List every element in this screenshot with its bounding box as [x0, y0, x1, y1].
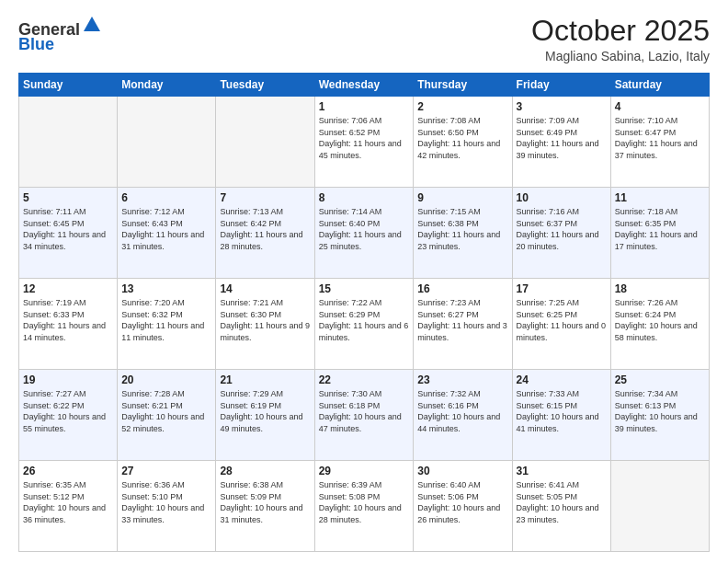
- table-row: 28Sunrise: 6:38 AM Sunset: 5:09 PM Dayli…: [216, 461, 314, 552]
- table-row: 25Sunrise: 7:34 AM Sunset: 6:13 PM Dayli…: [610, 370, 709, 461]
- calendar-header-row: Sunday Monday Tuesday Wednesday Thursday…: [19, 74, 710, 97]
- day-info: Sunrise: 7:29 AM Sunset: 6:19 PM Dayligh…: [220, 388, 310, 434]
- day-info: Sunrise: 7:28 AM Sunset: 6:21 PM Dayligh…: [121, 388, 211, 434]
- day-info: Sunrise: 7:14 AM Sunset: 6:40 PM Dayligh…: [319, 206, 410, 252]
- day-number: 23: [417, 373, 507, 386]
- location: Magliano Sabina, Lazio, Italy: [531, 49, 710, 63]
- day-number: 12: [23, 282, 113, 295]
- day-number: 8: [319, 191, 410, 204]
- day-info: Sunrise: 6:35 AM Sunset: 5:12 PM Dayligh…: [23, 479, 113, 525]
- day-info: Sunrise: 6:36 AM Sunset: 5:10 PM Dayligh…: [121, 479, 211, 525]
- day-info: Sunrise: 7:09 AM Sunset: 6:49 PM Dayligh…: [517, 115, 607, 161]
- day-number: 15: [319, 282, 410, 295]
- calendar-table: Sunday Monday Tuesday Wednesday Thursday…: [18, 73, 710, 552]
- table-row: 15Sunrise: 7:22 AM Sunset: 6:29 PM Dayli…: [314, 279, 414, 370]
- table-row: 1Sunrise: 7:06 AM Sunset: 6:52 PM Daylig…: [314, 97, 414, 188]
- day-number: 16: [417, 282, 507, 295]
- day-number: 27: [121, 465, 211, 477]
- day-number: 22: [319, 373, 410, 386]
- header-sunday: Sunday: [19, 74, 118, 97]
- logo-icon: [82, 15, 102, 35]
- day-info: Sunrise: 7:12 AM Sunset: 6:43 PM Dayligh…: [121, 206, 211, 252]
- day-number: 9: [417, 191, 507, 204]
- day-info: Sunrise: 7:19 AM Sunset: 6:33 PM Dayligh…: [23, 297, 113, 343]
- day-info: Sunrise: 6:39 AM Sunset: 5:08 PM Dayligh…: [319, 479, 410, 525]
- header-friday: Friday: [512, 74, 610, 97]
- table-row: 4Sunrise: 7:10 AM Sunset: 6:47 PM Daylig…: [610, 97, 709, 188]
- day-info: Sunrise: 7:25 AM Sunset: 6:25 PM Dayligh…: [517, 297, 607, 343]
- day-info: Sunrise: 7:26 AM Sunset: 6:24 PM Dayligh…: [615, 297, 705, 343]
- day-number: 2: [417, 100, 507, 113]
- table-row: 30Sunrise: 6:40 AM Sunset: 5:06 PM Dayli…: [414, 461, 512, 552]
- day-info: Sunrise: 7:20 AM Sunset: 6:32 PM Dayligh…: [121, 297, 211, 343]
- day-info: Sunrise: 7:06 AM Sunset: 6:52 PM Dayligh…: [319, 115, 410, 161]
- table-row: 18Sunrise: 7:26 AM Sunset: 6:24 PM Dayli…: [610, 279, 709, 370]
- table-row: 23Sunrise: 7:32 AM Sunset: 6:16 PM Dayli…: [414, 370, 512, 461]
- header-tuesday: Tuesday: [216, 74, 314, 97]
- table-row: 14Sunrise: 7:21 AM Sunset: 6:30 PM Dayli…: [216, 279, 314, 370]
- day-number: 30: [417, 465, 507, 477]
- table-row: 21Sunrise: 7:29 AM Sunset: 6:19 PM Dayli…: [216, 370, 314, 461]
- table-row: 16Sunrise: 7:23 AM Sunset: 6:27 PM Dayli…: [414, 279, 512, 370]
- day-number: 13: [121, 282, 211, 295]
- title-block: October 2025 Magliano Sabina, Lazio, Ita…: [531, 15, 710, 63]
- day-info: Sunrise: 7:11 AM Sunset: 6:45 PM Dayligh…: [23, 206, 113, 252]
- day-number: 18: [615, 282, 705, 295]
- day-number: 3: [517, 100, 607, 113]
- table-row: 29Sunrise: 6:39 AM Sunset: 5:08 PM Dayli…: [314, 461, 414, 552]
- day-info: Sunrise: 7:08 AM Sunset: 6:50 PM Dayligh…: [417, 115, 507, 161]
- day-number: 11: [615, 191, 705, 204]
- table-row: 24Sunrise: 7:33 AM Sunset: 6:15 PM Dayli…: [512, 370, 610, 461]
- table-row: [19, 97, 118, 188]
- day-info: Sunrise: 7:23 AM Sunset: 6:27 PM Dayligh…: [417, 297, 507, 343]
- day-info: Sunrise: 7:30 AM Sunset: 6:18 PM Dayligh…: [319, 388, 410, 434]
- day-number: 29: [319, 465, 410, 477]
- day-info: Sunrise: 7:32 AM Sunset: 6:16 PM Dayligh…: [417, 388, 507, 434]
- table-row: 19Sunrise: 7:27 AM Sunset: 6:22 PM Dayli…: [19, 370, 118, 461]
- day-number: 28: [220, 465, 310, 477]
- table-row: [118, 97, 216, 188]
- header-monday: Monday: [118, 74, 216, 97]
- day-number: 20: [121, 373, 211, 386]
- table-row: 3Sunrise: 7:09 AM Sunset: 6:49 PM Daylig…: [512, 97, 610, 188]
- logo: General Blue: [18, 15, 102, 54]
- day-info: Sunrise: 7:33 AM Sunset: 6:15 PM Dayligh…: [517, 388, 607, 434]
- day-number: 25: [615, 373, 705, 386]
- day-number: 31: [517, 465, 607, 477]
- day-number: 10: [517, 191, 607, 204]
- day-number: 21: [220, 373, 310, 386]
- table-row: 8Sunrise: 7:14 AM Sunset: 6:40 PM Daylig…: [314, 188, 414, 279]
- day-number: 24: [517, 373, 607, 386]
- day-number: 5: [23, 191, 113, 204]
- day-info: Sunrise: 7:21 AM Sunset: 6:30 PM Dayligh…: [220, 297, 310, 343]
- table-row: 20Sunrise: 7:28 AM Sunset: 6:21 PM Dayli…: [118, 370, 216, 461]
- table-row: 10Sunrise: 7:16 AM Sunset: 6:37 PM Dayli…: [512, 188, 610, 279]
- page: General Blue October 2025 Magliano Sabin…: [0, 0, 728, 563]
- day-number: 4: [615, 100, 705, 113]
- day-info: Sunrise: 7:10 AM Sunset: 6:47 PM Dayligh…: [615, 115, 705, 161]
- table-row: 7Sunrise: 7:13 AM Sunset: 6:42 PM Daylig…: [216, 188, 314, 279]
- table-row: 5Sunrise: 7:11 AM Sunset: 6:45 PM Daylig…: [19, 188, 118, 279]
- day-info: Sunrise: 7:16 AM Sunset: 6:37 PM Dayligh…: [517, 206, 607, 252]
- header-wednesday: Wednesday: [314, 74, 414, 97]
- day-number: 6: [121, 191, 211, 204]
- table-row: 13Sunrise: 7:20 AM Sunset: 6:32 PM Dayli…: [118, 279, 216, 370]
- day-number: 26: [23, 465, 113, 477]
- day-info: Sunrise: 7:34 AM Sunset: 6:13 PM Dayligh…: [615, 388, 705, 434]
- table-row: [610, 461, 709, 552]
- day-info: Sunrise: 7:18 AM Sunset: 6:35 PM Dayligh…: [615, 206, 705, 252]
- day-info: Sunrise: 6:40 AM Sunset: 5:06 PM Dayligh…: [417, 479, 507, 525]
- table-row: 9Sunrise: 7:15 AM Sunset: 6:38 PM Daylig…: [414, 188, 512, 279]
- month-title: October 2025: [531, 15, 710, 47]
- day-info: Sunrise: 7:22 AM Sunset: 6:29 PM Dayligh…: [319, 297, 410, 343]
- table-row: 12Sunrise: 7:19 AM Sunset: 6:33 PM Dayli…: [19, 279, 118, 370]
- table-row: 26Sunrise: 6:35 AM Sunset: 5:12 PM Dayli…: [19, 461, 118, 552]
- day-number: 17: [517, 282, 607, 295]
- table-row: 22Sunrise: 7:30 AM Sunset: 6:18 PM Dayli…: [314, 370, 414, 461]
- day-info: Sunrise: 6:41 AM Sunset: 5:05 PM Dayligh…: [517, 479, 607, 525]
- header: General Blue October 2025 Magliano Sabin…: [18, 15, 710, 63]
- table-row: 31Sunrise: 6:41 AM Sunset: 5:05 PM Dayli…: [512, 461, 610, 552]
- day-info: Sunrise: 7:13 AM Sunset: 6:42 PM Dayligh…: [220, 206, 310, 252]
- day-number: 14: [220, 282, 310, 295]
- day-number: 19: [23, 373, 113, 386]
